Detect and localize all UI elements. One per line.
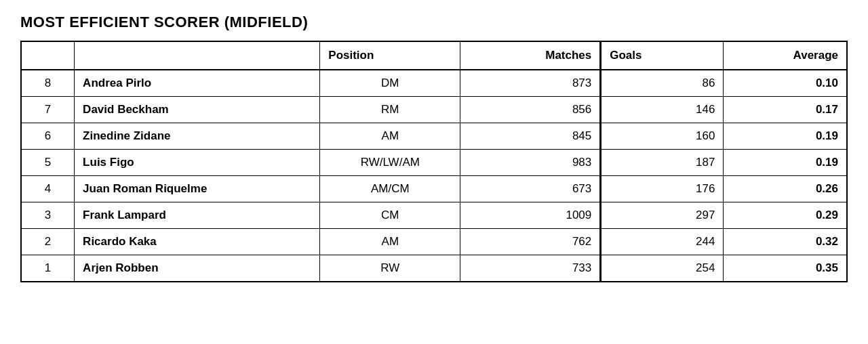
cell-average: 0.29 (724, 202, 846, 229)
cell-position: CM (320, 202, 460, 229)
table-row: 4Juan Roman RiquelmeAM/CM6731760.26 (22, 176, 846, 202)
cell-goals: 86 (601, 70, 724, 97)
main-container: MOST EFFICIENT SCORER (MIDFIELD) Positio… (20, 14, 848, 285)
cell-matches: 733 (460, 255, 601, 282)
cell-position: AM (320, 123, 460, 150)
cell-position: AM (320, 229, 460, 255)
page-title: MOST EFFICIENT SCORER (MIDFIELD) (20, 14, 848, 31)
cell-average: 0.32 (724, 229, 846, 255)
table-row: 5Luis FigoRW/LW/AM9831870.19 (22, 150, 846, 176)
cell-matches: 983 (460, 150, 601, 176)
col-header-position: Position (320, 42, 460, 70)
table-row: 6Zinedine ZidaneAM8451600.19 (22, 123, 846, 150)
cell-goals: 187 (601, 150, 724, 176)
cell-rank: 5 (22, 150, 75, 176)
table-row: 8Andrea PirloDM873860.10 (22, 70, 846, 97)
cell-average: 0.19 (724, 123, 846, 150)
cell-name: Zinedine Zidane (75, 123, 320, 150)
cell-matches: 856 (460, 97, 601, 123)
cell-rank: 1 (22, 255, 75, 282)
cell-name: David Beckham (75, 97, 320, 123)
table-row: 7David BeckhamRM8561460.17 (22, 97, 846, 123)
cell-matches: 673 (460, 176, 601, 202)
col-header-name (75, 42, 320, 70)
cell-rank: 6 (22, 123, 75, 150)
cell-name: Andrea Pirlo (75, 70, 320, 97)
cell-goals: 254 (601, 255, 724, 282)
cell-average: 0.19 (724, 150, 846, 176)
table-wrapper: Position Matches Goals Average 8Andrea P… (20, 41, 848, 282)
stats-table: Position Matches Goals Average 8Andrea P… (22, 42, 846, 281)
cell-rank: 7 (22, 97, 75, 123)
cell-name: Juan Roman Riquelme (75, 176, 320, 202)
cell-position: RM (320, 97, 460, 123)
cell-rank: 2 (22, 229, 75, 255)
table-header-row: Position Matches Goals Average (22, 42, 846, 70)
cell-position: AM/CM (320, 176, 460, 202)
cell-average: 0.26 (724, 176, 846, 202)
col-header-average: Average (724, 42, 846, 70)
table-body: 8Andrea PirloDM873860.107David BeckhamRM… (22, 70, 846, 281)
cell-matches: 1009 (460, 202, 601, 229)
cell-position: RW (320, 255, 460, 282)
cell-name: Ricardo Kaka (75, 229, 320, 255)
cell-average: 0.17 (724, 97, 846, 123)
cell-name: Arjen Robben (75, 255, 320, 282)
cell-rank: 8 (22, 70, 75, 97)
cell-name: Luis Figo (75, 150, 320, 176)
cell-average: 0.35 (724, 255, 846, 282)
cell-goals: 297 (601, 202, 724, 229)
col-header-rank (22, 42, 75, 70)
table-row: 2Ricardo KakaAM7622440.32 (22, 229, 846, 255)
cell-position: RW/LW/AM (320, 150, 460, 176)
cell-average: 0.10 (724, 70, 846, 97)
cell-rank: 3 (22, 202, 75, 229)
cell-matches: 762 (460, 229, 601, 255)
cell-goals: 176 (601, 176, 724, 202)
cell-matches: 873 (460, 70, 601, 97)
cell-goals: 244 (601, 229, 724, 255)
col-header-matches: Matches (460, 42, 601, 70)
cell-matches: 845 (460, 123, 601, 150)
cell-rank: 4 (22, 176, 75, 202)
cell-goals: 146 (601, 97, 724, 123)
col-header-goals: Goals (601, 42, 724, 70)
cell-name: Frank Lampard (75, 202, 320, 229)
cell-position: DM (320, 70, 460, 97)
table-row: 1Arjen RobbenRW7332540.35 (22, 255, 846, 282)
cell-goals: 160 (601, 123, 724, 150)
table-row: 3Frank LampardCM10092970.29 (22, 202, 846, 229)
